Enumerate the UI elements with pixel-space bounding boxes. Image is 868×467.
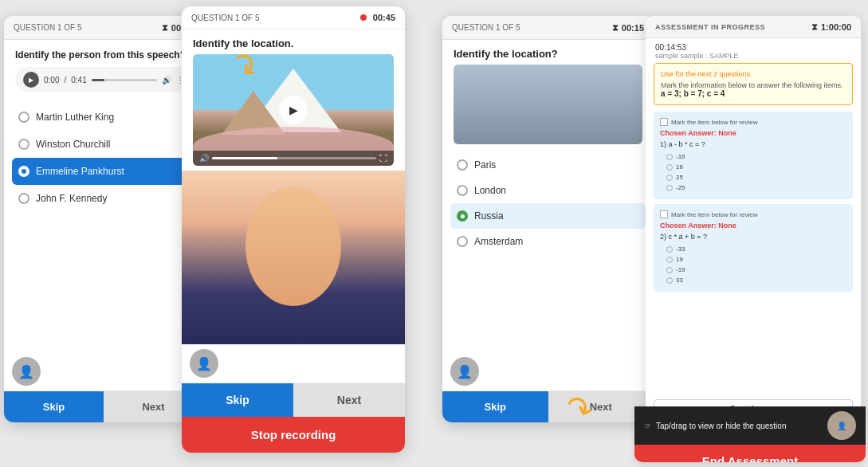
radio-circle-2 (18, 139, 29, 150)
list-item[interactable]: -16 (666, 151, 846, 162)
recording-dot (360, 14, 367, 21)
video-progress-fill (212, 157, 277, 159)
list-item[interactable]: 25 (666, 172, 846, 182)
chosen-answer-1: Chosen Answer: None (660, 129, 846, 137)
audio-track[interactable] (92, 79, 157, 81)
card2-skip-button[interactable]: Skip (182, 383, 293, 417)
q1-label: 1) a - b * c = ? (660, 140, 846, 148)
volume-icon[interactable]: 🔊 (162, 76, 171, 84)
option-label-1: Martin Luther King (36, 112, 114, 123)
card1-question-text: Identify the person from this speech? (4, 40, 203, 67)
q1-opt1: -16 (676, 153, 685, 160)
card1-question-label: QUESTION 1 OF 5 (14, 23, 82, 32)
list-item[interactable]: John F. Kennedy (12, 185, 195, 212)
card3-footer: Skip Next (442, 390, 654, 422)
card4-header: ASSESSMENT IN PROGRESS ⧗ 1:00:00 (646, 16, 861, 38)
card4-timer-box: ⧗ 1:00:00 (811, 22, 851, 32)
radio-circle-4 (18, 193, 29, 204)
card3-options-list: Paris London Russia Amsterdam (442, 149, 654, 257)
video-progress-bar[interactable] (212, 157, 376, 159)
chosen-answer-2: Chosen Answer: None (660, 222, 846, 230)
card-4-assessment: ASSESSMENT IN PROGRESS ⧗ 1:00:00 00:14:5… (646, 16, 861, 422)
option-paris: Paris (474, 159, 496, 171)
list-item[interactable]: Paris (450, 152, 646, 178)
q1-opt4: -25 (676, 184, 685, 191)
video-play-overlay[interactable]: ▶ (279, 96, 308, 124)
instruction-box: Use for the next 2 questions. Mark the i… (654, 63, 853, 105)
card3-skip-button[interactable]: Skip (442, 391, 548, 422)
audio-player[interactable]: ▶ 0:00 / 0:41 🔊 ⋮ (15, 67, 192, 92)
end-assessment-button[interactable]: End Assessment (634, 445, 866, 462)
option-london: London (474, 185, 506, 196)
card2-skip-next-row: Skip Next (182, 383, 405, 417)
radio-circle-3-selected (18, 166, 29, 177)
sub-radio-1b (666, 164, 673, 171)
review-row-2: Mark the item below for review (660, 210, 846, 218)
video-controls: 🔊 ⛶ (193, 151, 394, 166)
card1-avatar: 👤 (12, 357, 41, 386)
list-item[interactable]: Martin Luther King (12, 104, 195, 131)
sub-radio-1c (666, 175, 673, 181)
tap-drag-label: Tap/drag to view or hide the question (656, 422, 786, 430)
list-item[interactable]: Russia (450, 203, 646, 229)
card-2: QUESTION 1 OF 5 00:45 Identify the locat… (182, 6, 405, 453)
option-amsterdam: Amsterdam (474, 236, 523, 247)
radio-russia-selected (457, 210, 468, 222)
card2-question-label: QUESTION 1 OF 5 (191, 14, 260, 22)
audio-separator: / (64, 76, 66, 84)
sub-radio-2a (666, 246, 673, 253)
skip-button[interactable]: Skip (4, 391, 104, 422)
card1-options-list: Martin Luther King Winston Churchill Emm… (4, 100, 203, 215)
list-item[interactable]: 33 (666, 275, 846, 285)
face-oval (245, 186, 341, 306)
card3-timer: 00:15 (622, 23, 644, 33)
card2-next-button[interactable]: Next (293, 383, 405, 417)
q2-opt3: -19 (676, 266, 685, 273)
card2-avatar: 👤 (190, 349, 218, 378)
card-1: QUESTION 1 OF 5 ⧗ 00:15 Identify the per… (4, 16, 203, 422)
list-item[interactable]: -19 (666, 265, 846, 275)
radio-circle-1 (18, 112, 29, 123)
list-item[interactable]: Amsterdam (450, 229, 646, 254)
review-row-1: Mark the item below for review (660, 118, 846, 126)
radio-london (457, 185, 468, 196)
sub-radio-1d (666, 185, 673, 191)
list-item[interactable]: Winston Churchill (12, 131, 195, 158)
hourglass-icon-3: ⧗ (612, 22, 619, 33)
card3-avatar: 👤 (450, 357, 479, 386)
touch-icon: ☞ (644, 422, 651, 430)
audio-time-current: 0:00 (44, 76, 59, 84)
card4-time-elapsed: 00:14:53 (655, 43, 851, 52)
review-checkbox-2[interactable] (660, 210, 668, 218)
list-item[interactable]: 19 (666, 254, 846, 265)
q2-label: 2) c * a + b = ? (660, 233, 846, 241)
audio-time-total: 0:41 (71, 76, 86, 84)
play-button[interactable]: ▶ (23, 72, 39, 88)
review-checkbox-1[interactable] (660, 118, 668, 126)
stop-recording-button[interactable]: Stop recording (182, 417, 405, 453)
radio-paris (457, 159, 468, 171)
card3-header: QUESTION 1 OF 5 ⧗ 00:15 (442, 16, 654, 40)
option-russia: Russia (474, 210, 504, 222)
q2-opt1: -33 (676, 245, 685, 253)
list-item[interactable]: London (450, 178, 646, 203)
list-item[interactable]: -25 (666, 182, 846, 193)
q1-opt3: 25 (676, 174, 683, 181)
q2-opt2: 19 (676, 256, 683, 263)
list-item[interactable]: 16 (666, 162, 846, 172)
video-volume-icon[interactable]: 🔊 (199, 154, 209, 163)
card2-header: QUESTION 1 OF 5 00:45 (182, 6, 405, 29)
card4-timer: 1:00:00 (821, 22, 851, 32)
q2-sub-options: -33 19 -19 33 (660, 244, 846, 285)
card2-question-text: Identify the location. (182, 29, 405, 54)
card4-sample-label: sample sample : SAMPLE (655, 52, 851, 60)
option-label-4: John F. Kennedy (36, 193, 107, 204)
review-label-2: Mark the item below for review (671, 211, 757, 218)
radio-amsterdam (457, 236, 468, 247)
formula-text: a = 3; b = 7; c = 4 (661, 89, 846, 98)
list-item[interactable]: Emmeline Pankhurst (12, 158, 195, 185)
list-item[interactable]: -33 (666, 244, 846, 254)
instruction-body: Mark the information below to answer the… (661, 81, 846, 89)
video-fullscreen-icon[interactable]: ⛶ (379, 154, 387, 163)
card1-header: QUESTION 1 OF 5 ⧗ 00:15 (4, 16, 203, 40)
